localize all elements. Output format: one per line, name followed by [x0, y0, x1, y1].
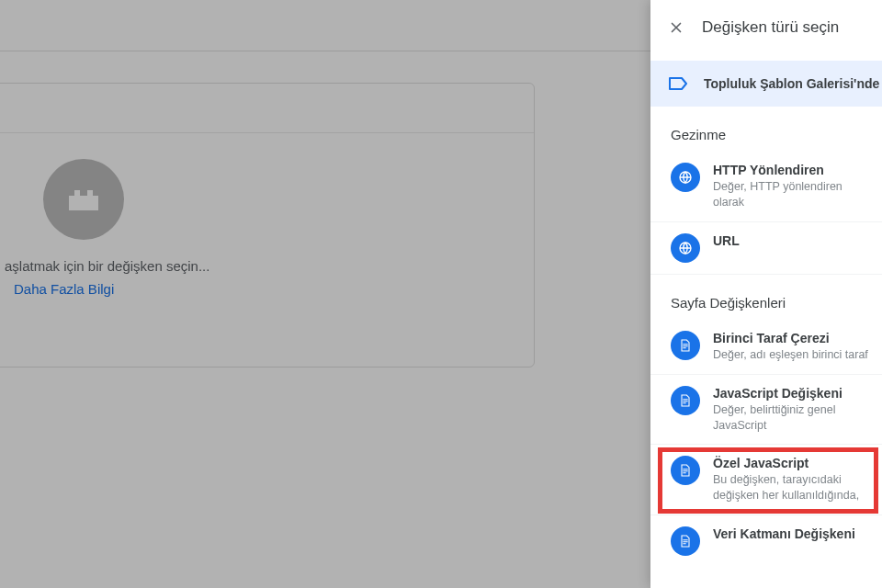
variable-type-panel: Değişken türü seçin Topluluk Şablon Gale…	[650, 0, 882, 588]
document-icon	[671, 526, 700, 556]
document-icon	[671, 331, 700, 360]
close-button[interactable]	[658, 9, 695, 46]
document-icon	[671, 456, 700, 485]
gallery-label: Topluluk Şablon Galerisi'nde	[704, 76, 879, 91]
panel-scroll: Gezinme HTTP Yönlendiren Değer, HTTP yön…	[650, 107, 882, 567]
type-title: URL	[713, 233, 869, 248]
section-header-page-variables: Sayfa Değişkenleri	[650, 275, 882, 320]
type-row-custom-javascript[interactable]: Özel JavaScript Bu değişken, tarayıcıdak…	[650, 445, 882, 515]
gallery-tag-icon	[663, 68, 695, 99]
type-row-data-layer-variable[interactable]: Veri Katmanı Değişkeni	[650, 515, 882, 567]
type-title: JavaScript Değişkeni	[713, 386, 869, 401]
type-title: Birinci Taraf Çerezi	[713, 331, 869, 345]
globe-icon	[671, 233, 700, 263]
type-title: Veri Katmanı Değişkeni	[713, 526, 869, 541]
type-title: Özel JavaScript	[713, 456, 869, 470]
document-icon	[671, 386, 700, 415]
type-desc: Değer, adı eşleşen birinci taraf	[713, 347, 869, 363]
globe-icon	[671, 163, 700, 192]
type-desc: Değer, HTTP yönlendiren olarak	[713, 179, 869, 210]
community-gallery-row[interactable]: Topluluk Şablon Galerisi'nde	[650, 61, 882, 107]
section-header-navigation: Gezinme	[650, 107, 882, 152]
type-desc: Değer, belirttiğiniz genel JavaScript	[713, 402, 869, 434]
type-desc: Bu değişken, tarayıcıdaki değişken her k…	[713, 472, 869, 503]
type-row-url[interactable]: URL	[650, 222, 882, 275]
type-row-javascript-variable[interactable]: JavaScript Değişkeni Değer, belirttiğini…	[650, 375, 882, 446]
type-row-http-referrer[interactable]: HTTP Yönlendiren Değer, HTTP yönlendiren…	[650, 152, 882, 222]
panel-header: Değişken türü seçin	[650, 0, 882, 55]
type-title: HTTP Yönlendiren	[713, 163, 869, 177]
close-icon	[668, 19, 684, 36]
panel-title: Değişken türü seçin	[702, 18, 839, 37]
type-row-first-party-cookie[interactable]: Birinci Taraf Çerezi Değer, adı eşleşen …	[650, 320, 882, 375]
